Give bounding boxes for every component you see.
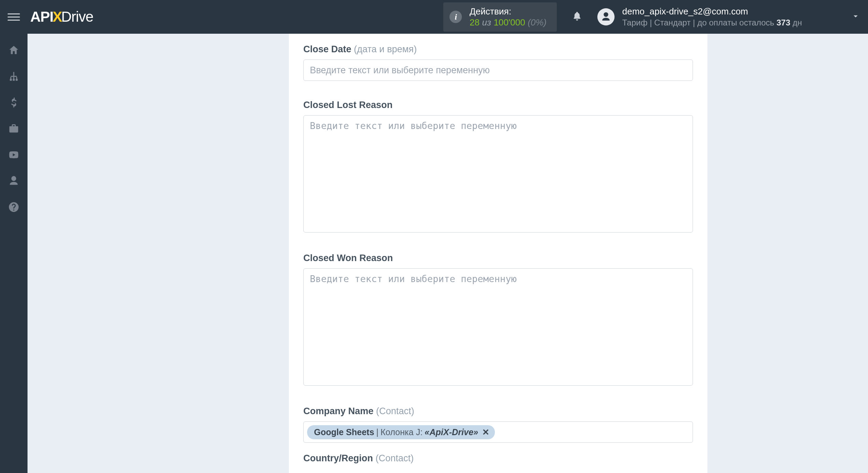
chevron-down-icon bbox=[851, 11, 860, 22]
closed-won-reason-label: Closed Won Reason bbox=[303, 253, 693, 264]
side-nav-billing[interactable] bbox=[0, 89, 28, 116]
form-card: Close Date (дата и время) Closed Lost Re… bbox=[289, 34, 707, 473]
usage-count: 28 bbox=[469, 17, 479, 28]
field-closed-lost-reason: Closed Lost Reason bbox=[303, 100, 693, 234]
company-name-input[interactable]: Google Sheets | Колонка J: «ApiX-Drive» … bbox=[303, 421, 693, 443]
token-source: Google Sheets bbox=[314, 427, 374, 437]
side-nav-profile[interactable] bbox=[0, 168, 28, 194]
bell-icon bbox=[572, 11, 582, 21]
account-menu[interactable]: demo_apix-drive_s2@com.com Тариф | Станд… bbox=[597, 6, 860, 28]
variable-token[interactable]: Google Sheets | Колонка J: «ApiX-Drive» … bbox=[307, 425, 495, 439]
logo-drive: Drive bbox=[61, 9, 93, 25]
info-icon: i bbox=[449, 11, 462, 23]
hierarchy-icon bbox=[8, 71, 20, 82]
main-area: Close Date (дата и время) Closed Lost Re… bbox=[28, 34, 868, 473]
hamburger-menu-button[interactable] bbox=[8, 11, 20, 23]
notifications-button[interactable] bbox=[572, 11, 582, 23]
usage-label: Действия: bbox=[469, 6, 546, 17]
close-date-input[interactable] bbox=[303, 60, 693, 81]
side-nav-video[interactable] bbox=[0, 142, 28, 168]
usage-text: Действия: 28 из 100'000 (0%) bbox=[469, 6, 546, 28]
token-remove-icon[interactable]: ✕ bbox=[482, 427, 489, 437]
top-bar: API X Drive i Действия: 28 из 100'000 (0… bbox=[0, 0, 868, 34]
side-nav-help[interactable] bbox=[0, 194, 28, 220]
token-value: «ApiX-Drive» bbox=[425, 427, 478, 437]
user-email: demo_apix-drive_s2@com.com bbox=[622, 6, 802, 18]
tariff-line: Тариф | Стандарт | до оплаты осталось 37… bbox=[622, 17, 802, 28]
home-icon bbox=[8, 44, 20, 56]
side-nav bbox=[0, 34, 28, 473]
field-company-name: Company Name (Contact) Google Sheets | К… bbox=[303, 406, 693, 443]
user-icon bbox=[8, 175, 20, 187]
avatar bbox=[597, 8, 615, 25]
field-country-region: Country/Region (Contact) bbox=[303, 453, 693, 464]
side-nav-home[interactable] bbox=[0, 37, 28, 63]
logo-x: X bbox=[53, 9, 62, 25]
country-region-label: Country/Region (Contact) bbox=[303, 453, 693, 464]
company-name-label: Company Name (Contact) bbox=[303, 406, 693, 417]
user-icon bbox=[600, 11, 611, 22]
field-closed-won-reason: Closed Won Reason bbox=[303, 253, 693, 387]
usage-pct: (0%) bbox=[528, 17, 546, 28]
youtube-icon bbox=[8, 149, 20, 161]
account-text: demo_apix-drive_s2@com.com Тариф | Станд… bbox=[622, 6, 802, 28]
logo[interactable]: API X Drive bbox=[30, 9, 93, 25]
help-icon bbox=[8, 201, 20, 213]
side-nav-connections[interactable] bbox=[0, 63, 28, 89]
field-close-date: Close Date (дата и время) bbox=[303, 44, 693, 81]
dollar-icon bbox=[8, 97, 20, 108]
usage-actions-box[interactable]: i Действия: 28 из 100'000 (0%) bbox=[443, 2, 557, 32]
closed-won-reason-input[interactable] bbox=[303, 268, 693, 386]
usage-iz: из bbox=[482, 17, 491, 28]
token-column: Колонка J: bbox=[381, 427, 423, 437]
logo-api: API bbox=[30, 9, 53, 25]
closed-lost-reason-label: Closed Lost Reason bbox=[303, 100, 693, 110]
side-nav-work[interactable] bbox=[0, 116, 28, 142]
usage-max: 100'000 bbox=[493, 17, 525, 28]
briefcase-icon bbox=[8, 123, 20, 135]
closed-lost-reason-input[interactable] bbox=[303, 115, 693, 233]
close-date-label: Close Date (дата и время) bbox=[303, 44, 693, 55]
